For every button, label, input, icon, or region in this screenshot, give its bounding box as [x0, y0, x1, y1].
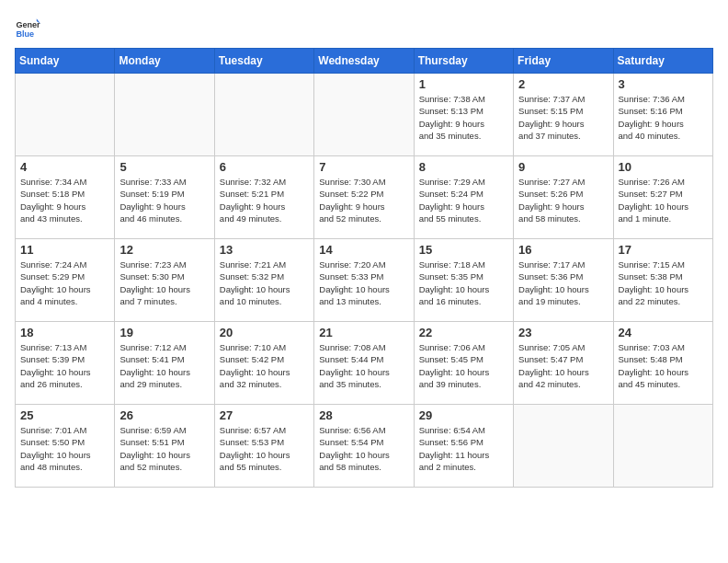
- calendar-table: SundayMondayTuesdayWednesdayThursdayFrid…: [15, 48, 713, 488]
- day-number: 22: [419, 326, 508, 339]
- calendar-cell: 23Sunrise: 7:05 AM Sunset: 5:47 PM Dayli…: [514, 322, 613, 405]
- calendar-cell: 21Sunrise: 7:08 AM Sunset: 5:44 PM Dayli…: [314, 322, 414, 405]
- day-detail: Sunrise: 6:59 AM Sunset: 5:51 PM Dayligh…: [119, 424, 209, 473]
- day-detail: Sunrise: 7:37 AM Sunset: 5:15 PM Dayligh…: [518, 93, 608, 142]
- day-number: 21: [319, 326, 408, 339]
- calendar-cell: 7Sunrise: 7:30 AM Sunset: 5:22 PM Daylig…: [314, 156, 414, 239]
- week-row-4: 18Sunrise: 7:13 AM Sunset: 5:39 PM Dayli…: [16, 322, 713, 405]
- calendar-cell: 1Sunrise: 7:38 AM Sunset: 5:13 PM Daylig…: [414, 74, 513, 156]
- weekday-header-friday: Friday: [514, 49, 613, 74]
- day-detail: Sunrise: 7:12 AM Sunset: 5:41 PM Dayligh…: [119, 341, 209, 390]
- header-row: SundayMondayTuesdayWednesdayThursdayFrid…: [16, 49, 713, 74]
- calendar-cell: 11Sunrise: 7:24 AM Sunset: 5:29 PM Dayli…: [16, 239, 115, 322]
- calendar-cell: 28Sunrise: 6:56 AM Sunset: 5:54 PM Dayli…: [314, 405, 414, 488]
- day-detail: Sunrise: 7:26 AM Sunset: 5:27 PM Dayligh…: [619, 176, 708, 224]
- calendar-cell: 9Sunrise: 7:27 AM Sunset: 5:26 PM Daylig…: [514, 156, 613, 239]
- day-number: 25: [20, 408, 109, 422]
- weekday-header-wednesday: Wednesday: [314, 49, 414, 74]
- weekday-header-tuesday: Tuesday: [214, 49, 313, 74]
- calendar-cell: 17Sunrise: 7:15 AM Sunset: 5:38 PM Dayli…: [613, 239, 712, 322]
- day-number: 13: [220, 243, 309, 257]
- calendar-cell: [514, 405, 613, 488]
- calendar-cell: 16Sunrise: 7:17 AM Sunset: 5:36 PM Dayli…: [514, 239, 613, 322]
- day-detail: Sunrise: 7:38 AM Sunset: 5:13 PM Dayligh…: [419, 93, 508, 142]
- day-number: 11: [20, 243, 109, 257]
- calendar-cell: 13Sunrise: 7:21 AM Sunset: 5:32 PM Dayli…: [214, 239, 313, 322]
- day-number: 14: [319, 243, 408, 257]
- day-detail: Sunrise: 6:57 AM Sunset: 5:53 PM Dayligh…: [220, 424, 309, 473]
- day-detail: Sunrise: 7:18 AM Sunset: 5:35 PM Dayligh…: [419, 259, 508, 307]
- day-detail: Sunrise: 6:54 AM Sunset: 5:56 PM Dayligh…: [419, 424, 508, 473]
- calendar-cell: 5Sunrise: 7:33 AM Sunset: 5:19 PM Daylig…: [115, 156, 214, 239]
- page-header: General Blue: [15, 15, 713, 40]
- day-detail: Sunrise: 7:33 AM Sunset: 5:19 PM Dayligh…: [119, 176, 209, 224]
- calendar-cell: 8Sunrise: 7:29 AM Sunset: 5:24 PM Daylig…: [414, 156, 513, 239]
- week-row-3: 11Sunrise: 7:24 AM Sunset: 5:29 PM Dayli…: [16, 239, 713, 322]
- calendar-cell: 10Sunrise: 7:26 AM Sunset: 5:27 PM Dayli…: [613, 156, 712, 239]
- day-number: 17: [619, 243, 708, 257]
- day-detail: Sunrise: 7:08 AM Sunset: 5:44 PM Dayligh…: [319, 341, 408, 390]
- calendar-cell: 27Sunrise: 6:57 AM Sunset: 5:53 PM Dayli…: [214, 405, 313, 488]
- day-detail: Sunrise: 7:30 AM Sunset: 5:22 PM Dayligh…: [319, 176, 408, 224]
- calendar-cell: 3Sunrise: 7:36 AM Sunset: 5:16 PM Daylig…: [613, 74, 712, 156]
- calendar-cell: 25Sunrise: 7:01 AM Sunset: 5:50 PM Dayli…: [16, 405, 115, 488]
- day-detail: Sunrise: 7:36 AM Sunset: 5:16 PM Dayligh…: [619, 93, 708, 142]
- calendar-cell: 19Sunrise: 7:12 AM Sunset: 5:41 PM Dayli…: [115, 322, 214, 405]
- calendar-cell: 29Sunrise: 6:54 AM Sunset: 5:56 PM Dayli…: [414, 405, 513, 488]
- calendar-cell: [115, 74, 214, 156]
- logo-icon: General Blue: [15, 15, 40, 40]
- svg-text:Blue: Blue: [16, 29, 34, 39]
- day-detail: Sunrise: 7:17 AM Sunset: 5:36 PM Dayligh…: [518, 259, 608, 307]
- calendar-cell: 15Sunrise: 7:18 AM Sunset: 5:35 PM Dayli…: [414, 239, 513, 322]
- day-detail: Sunrise: 7:13 AM Sunset: 5:39 PM Dayligh…: [20, 341, 109, 390]
- day-number: 15: [419, 243, 508, 257]
- day-detail: Sunrise: 7:23 AM Sunset: 5:30 PM Dayligh…: [119, 259, 209, 307]
- day-detail: Sunrise: 7:05 AM Sunset: 5:47 PM Dayligh…: [518, 341, 608, 390]
- day-number: 3: [619, 77, 708, 91]
- weekday-header-sunday: Sunday: [16, 49, 115, 74]
- day-number: 18: [20, 326, 109, 339]
- calendar-cell: 20Sunrise: 7:10 AM Sunset: 5:42 PM Dayli…: [214, 322, 313, 405]
- day-number: 23: [518, 326, 608, 339]
- weekday-header-monday: Monday: [115, 49, 214, 74]
- day-number: 4: [20, 160, 109, 174]
- day-number: 27: [220, 408, 309, 422]
- day-detail: Sunrise: 7:20 AM Sunset: 5:33 PM Dayligh…: [319, 259, 408, 307]
- calendar-cell: [214, 74, 313, 156]
- day-number: 28: [319, 408, 408, 422]
- day-number: 8: [419, 160, 508, 174]
- day-detail: Sunrise: 7:01 AM Sunset: 5:50 PM Dayligh…: [20, 424, 109, 473]
- day-number: 10: [619, 160, 708, 174]
- day-number: 29: [419, 408, 508, 422]
- calendar-cell: 22Sunrise: 7:06 AM Sunset: 5:45 PM Dayli…: [414, 322, 513, 405]
- calendar-cell: [613, 405, 712, 488]
- day-detail: Sunrise: 7:24 AM Sunset: 5:29 PM Dayligh…: [20, 259, 109, 307]
- day-detail: Sunrise: 7:10 AM Sunset: 5:42 PM Dayligh…: [220, 341, 309, 390]
- calendar-cell: 26Sunrise: 6:59 AM Sunset: 5:51 PM Dayli…: [115, 405, 214, 488]
- day-number: 5: [119, 160, 209, 174]
- day-detail: Sunrise: 7:32 AM Sunset: 5:21 PM Dayligh…: [220, 176, 309, 224]
- calendar-cell: 4Sunrise: 7:34 AM Sunset: 5:18 PM Daylig…: [16, 156, 115, 239]
- calendar-cell: 14Sunrise: 7:20 AM Sunset: 5:33 PM Dayli…: [314, 239, 414, 322]
- day-detail: Sunrise: 7:03 AM Sunset: 5:48 PM Dayligh…: [619, 341, 708, 390]
- calendar-cell: 18Sunrise: 7:13 AM Sunset: 5:39 PM Dayli…: [16, 322, 115, 405]
- week-row-2: 4Sunrise: 7:34 AM Sunset: 5:18 PM Daylig…: [16, 156, 713, 239]
- day-number: 26: [119, 408, 209, 422]
- day-detail: Sunrise: 7:06 AM Sunset: 5:45 PM Dayligh…: [419, 341, 508, 390]
- day-number: 16: [518, 243, 608, 257]
- week-row-1: 1Sunrise: 7:38 AM Sunset: 5:13 PM Daylig…: [16, 74, 713, 156]
- calendar-cell: [16, 74, 115, 156]
- day-number: 1: [419, 77, 508, 91]
- weekday-header-saturday: Saturday: [613, 49, 712, 74]
- weekday-header-thursday: Thursday: [414, 49, 513, 74]
- day-detail: Sunrise: 6:56 AM Sunset: 5:54 PM Dayligh…: [319, 424, 408, 473]
- day-number: 24: [619, 326, 708, 339]
- day-number: 2: [518, 77, 608, 91]
- day-number: 9: [518, 160, 608, 174]
- calendar-cell: 2Sunrise: 7:37 AM Sunset: 5:15 PM Daylig…: [514, 74, 613, 156]
- day-detail: Sunrise: 7:29 AM Sunset: 5:24 PM Dayligh…: [419, 176, 508, 224]
- day-number: 6: [220, 160, 309, 174]
- day-detail: Sunrise: 7:34 AM Sunset: 5:18 PM Dayligh…: [20, 176, 109, 224]
- day-number: 7: [319, 160, 408, 174]
- calendar-cell: [314, 74, 414, 156]
